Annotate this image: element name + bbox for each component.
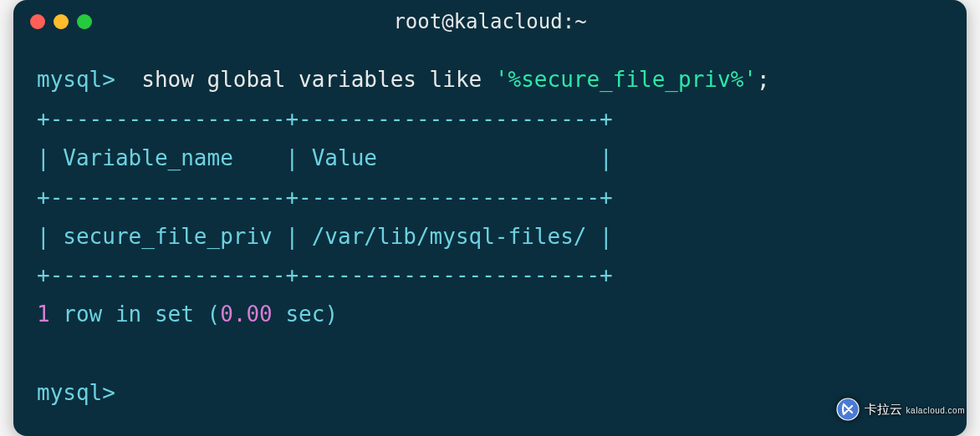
logo-icon [836, 398, 860, 421]
titlebar: root@kalacloud:~ [13, 0, 967, 43]
watermark: 卡拉云 kalacloud.com [836, 398, 965, 421]
window-controls [30, 14, 92, 29]
blank-line [37, 334, 943, 373]
table-header-row: | Variable_name | Value | [37, 139, 943, 178]
watermark-domain: kalacloud.com [906, 406, 965, 415]
query-time: 0.00 [220, 302, 273, 327]
command-line: mysql> show global variables like '%secu… [37, 60, 943, 99]
table-border-bottom: +------------------+--------------------… [37, 256, 943, 295]
table-data-row: | secure_file_priv | /var/lib/mysql-file… [37, 217, 943, 256]
status-tail: sec) [273, 302, 338, 327]
watermark-brand: 卡拉云 [865, 402, 902, 416]
command-argument: '%secure_file_priv%' [495, 67, 757, 92]
prompt-idle: mysql> [37, 373, 943, 413]
close-icon[interactable] [30, 14, 45, 29]
terminal-window: root@kalacloud:~ mysql> show global vari… [13, 0, 967, 435]
status-mid: row in set ( [50, 302, 221, 327]
command-semicolon: ; [757, 67, 770, 92]
minimize-icon[interactable] [54, 14, 69, 29]
table-border-mid: +------------------+--------------------… [37, 178, 943, 217]
row-count: 1 [37, 302, 50, 327]
maximize-icon[interactable] [77, 14, 92, 29]
prompt: mysql> [37, 67, 115, 92]
table-border-top: +------------------+--------------------… [37, 99, 943, 139]
watermark-text: 卡拉云 kalacloud.com [865, 402, 965, 418]
status-line: 1 row in set (0.00 sec) [37, 295, 943, 334]
terminal-content[interactable]: mysql> show global variables like '%secu… [13, 43, 967, 435]
command-text: show global variables like [141, 67, 495, 92]
window-title: root@kalacloud:~ [393, 10, 586, 33]
